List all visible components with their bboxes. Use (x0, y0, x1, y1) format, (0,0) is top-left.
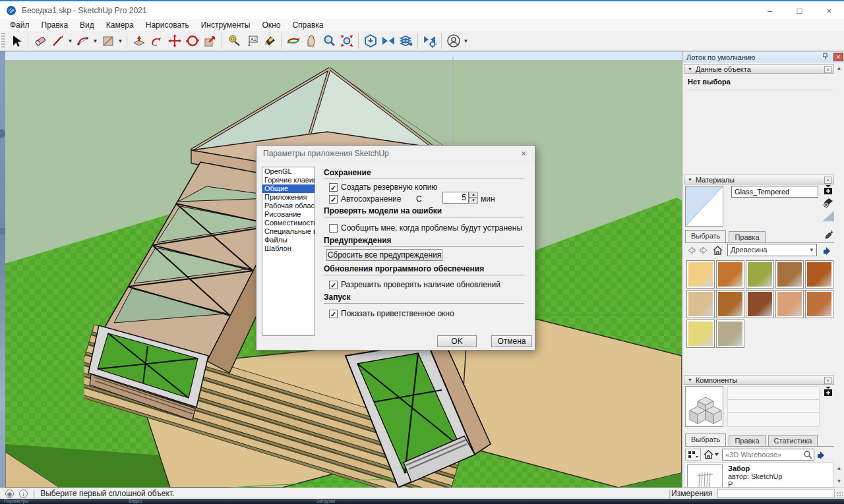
toolbar-grip[interactable] (1, 33, 5, 49)
preferences-category[interactable]: Специальные воз (262, 227, 315, 236)
secondary-pane-icon[interactable] (824, 184, 833, 196)
menu-item-Файл[interactable]: Файл (4, 20, 36, 30)
text-tool[interactable]: A1 (243, 32, 260, 49)
material-swatch[interactable] (716, 260, 744, 289)
material-swatch[interactable] (686, 290, 715, 318)
list-scroll-up-icon[interactable]: ▲ (835, 464, 843, 473)
flip-settings-icon[interactable] (421, 32, 438, 49)
geolocation-icon[interactable]: ◉ (5, 490, 14, 498)
preferences-category[interactable]: Приложения (262, 193, 315, 202)
dialog-title-bar[interactable]: Параметры приложения SketchUp × (256, 146, 535, 161)
material-swatch[interactable] (775, 290, 804, 318)
welcome-checkbox-row[interactable]: Показать приветственное окно (329, 309, 454, 318)
paint-bucket-tool[interactable] (260, 32, 278, 49)
entity-info-close-icon[interactable]: × (824, 66, 831, 73)
create-backup-checkbox[interactable] (329, 183, 338, 192)
materials-tab-select[interactable]: Выбрать (685, 230, 726, 242)
components-tab-select[interactable]: Выбрать (685, 434, 726, 446)
help-icon[interactable]: i (19, 490, 28, 498)
material-swatch[interactable] (746, 290, 774, 318)
tray-close-icon[interactable]: × (833, 53, 843, 61)
preferences-category[interactable]: Горячие клавиши (262, 176, 315, 184)
components-tab-edit[interactable]: Правка (729, 435, 765, 446)
material-swatch[interactable] (716, 320, 744, 348)
collapse-triangle-icon[interactable]: ▼ (688, 67, 692, 71)
menu-item-Камера[interactable]: Камера (100, 20, 140, 30)
collapse-triangle-icon[interactable]: ▼ (688, 378, 692, 382)
arc-tool-dropdown[interactable]: ▼ (92, 32, 99, 49)
component-search-box[interactable] (722, 449, 814, 461)
preferences-category[interactable]: Общие (262, 184, 315, 193)
menu-item-Вид[interactable]: Вид (74, 20, 100, 30)
preferences-category[interactable]: Совместимость (262, 219, 315, 227)
preferences-category[interactable]: Файлы (262, 236, 315, 244)
stepper-down-icon[interactable]: ▼ (469, 198, 478, 204)
material-category-combo[interactable]: Древесина ▼ (727, 244, 817, 256)
components-tab-statistics[interactable]: Статистика (768, 435, 818, 446)
home-icon[interactable] (711, 244, 723, 256)
reset-warnings-button[interactable]: Сбросить все предупреждения (326, 249, 442, 261)
welcome-checkbox[interactable] (329, 310, 338, 318)
maximize-button[interactable]: □ (785, 1, 814, 20)
collapse-triangle-icon[interactable]: ▼ (688, 177, 692, 182)
tape-measure-tool[interactable] (225, 32, 243, 49)
materials-tab-edit[interactable]: Правка (729, 231, 765, 242)
move-tool[interactable] (166, 32, 183, 49)
line-tool-dropdown[interactable]: ▼ (67, 32, 74, 49)
stepper-up-icon[interactable]: ▲ (469, 192, 478, 198)
allow-updates-checkbox[interactable] (329, 281, 338, 289)
pin-icon[interactable] (821, 53, 829, 61)
component-search-input[interactable] (723, 451, 803, 459)
material-swatch[interactable] (805, 260, 833, 289)
zoom-extents-tool[interactable] (338, 32, 355, 49)
section-materials-header[interactable]: ▼ Материалы × (684, 175, 834, 184)
create-material-icon[interactable] (822, 198, 834, 210)
material-swatch[interactable] (775, 260, 804, 289)
ok-button[interactable]: OK (437, 335, 477, 347)
material-name-input[interactable] (731, 186, 818, 198)
section-components-header[interactable]: ▼ Компоненты × (684, 375, 834, 385)
send-layers-icon[interactable] (397, 32, 415, 49)
component-list-item[interactable]: Забор автор: SketchUp Р (684, 463, 833, 488)
autosave-checkbox[interactable] (329, 195, 338, 204)
autosave-checkbox-row[interactable]: Автосохранение (329, 194, 401, 204)
dialog-close-icon[interactable]: × (518, 148, 529, 159)
orbit-tool[interactable] (284, 32, 302, 49)
line-tool[interactable] (49, 32, 67, 49)
menu-item-Инструменты[interactable]: Инструменты (195, 20, 256, 30)
account-dropdown[interactable]: ▼ (462, 32, 469, 49)
measurements-input[interactable] (717, 489, 835, 498)
sample-paint-icon[interactable] (822, 211, 834, 223)
view-options-icon[interactable] (685, 449, 701, 461)
component-item-thumbnail[interactable] (687, 464, 723, 488)
home-icon[interactable] (703, 449, 720, 461)
preferences-category[interactable]: Рисование (262, 210, 315, 219)
cancel-button[interactable]: Отмена (491, 335, 532, 347)
menu-item-Правка[interactable]: Правка (36, 20, 75, 30)
account-icon[interactable] (444, 32, 462, 49)
rectangle-tool[interactable] (99, 32, 117, 49)
select-tool[interactable] (7, 32, 25, 49)
rotate-tool[interactable] (183, 32, 201, 49)
tray-scroll-up-icon[interactable]: ▲ (835, 64, 843, 73)
autosave-interval-value[interactable]: 5 (442, 192, 469, 204)
zoom-tool[interactable] (320, 32, 338, 49)
preferences-category[interactable]: OpenGL (262, 167, 315, 176)
back-arrow-icon[interactable] (685, 244, 697, 256)
arc-tool[interactable] (74, 32, 92, 49)
create-backup-checkbox-row[interactable]: Создать резервную копию (329, 182, 437, 192)
menu-item-Нарисовать[interactable]: Нарисовать (140, 20, 195, 30)
warehouse-download-icon[interactable] (361, 32, 379, 49)
eyedropper-icon[interactable] (824, 229, 833, 242)
tray-title-bar[interactable]: Лоток по умолчанию × (682, 51, 844, 63)
preferences-category[interactable]: Рабочая область (262, 202, 315, 210)
details-arrow-icon[interactable] (816, 448, 827, 461)
preferences-category[interactable]: Шаблон (262, 244, 315, 253)
close-button[interactable]: × (814, 1, 844, 20)
notify-checkbox-row[interactable]: Сообщить мне, когда проблемы будут устра… (329, 223, 522, 233)
flip-icon[interactable] (379, 32, 397, 49)
search-icon[interactable] (803, 450, 812, 459)
resize-grip[interactable] (836, 491, 843, 498)
pushpull-tool[interactable] (130, 32, 148, 49)
autosave-interval-stepper[interactable]: 5 ▲▼ (442, 192, 478, 204)
